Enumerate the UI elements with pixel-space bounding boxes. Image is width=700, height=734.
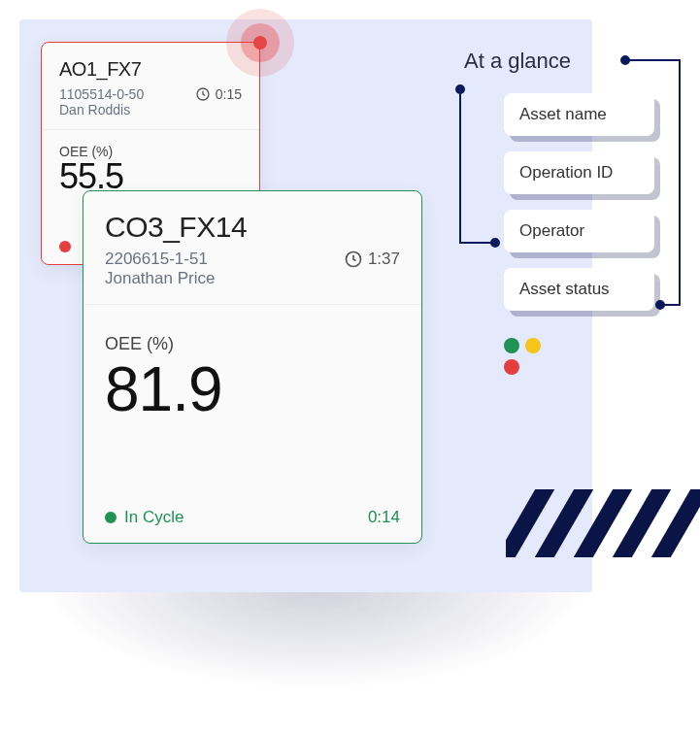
legend-dot-green-icon: [504, 338, 519, 353]
oee-value: 81.9: [105, 358, 400, 420]
svg-point-2: [621, 56, 629, 64]
oee-value: 55.5: [59, 159, 242, 194]
clock-icon: [344, 250, 363, 269]
svg-point-3: [656, 301, 664, 309]
clock-icon: [195, 86, 211, 102]
elapsed-time: 0:15: [195, 86, 242, 102]
status-text: In Cycle: [124, 508, 183, 527]
tag-asset-name[interactable]: Asset name: [504, 93, 654, 136]
asset-card-b[interactable]: CO3_FX14 2206615-1-51 1:37 Jonathan Pric…: [83, 190, 422, 544]
tag-operation-id[interactable]: Operation ID: [504, 151, 654, 194]
decorative-stripes: [506, 489, 700, 557]
status-dot-icon: [59, 241, 71, 252]
operator-name: Dan Roddis: [59, 102, 242, 117]
operation-id: 1105514-0-50: [59, 86, 144, 102]
asset-name: AO1_FX7: [59, 58, 242, 81]
status-dot-icon: [105, 512, 117, 523]
status-time: 0:14: [368, 508, 400, 527]
asset-name: CO3_FX14: [105, 211, 400, 244]
oee-label: OEE (%): [105, 334, 400, 354]
legend-dot-yellow-icon: [525, 338, 541, 353]
legend-dot-red-icon: [504, 359, 519, 375]
panel-shadow: [39, 583, 592, 689]
status-color-legend: [504, 338, 552, 375]
tag-operator[interactable]: Operator: [504, 210, 654, 252]
tag-asset-status[interactable]: Asset status: [504, 268, 654, 311]
operator-name: Jonathan Price: [105, 269, 400, 288]
glance-tags: Asset name Operation ID Operator Asset s…: [504, 93, 654, 311]
glance-title: At a glance: [464, 49, 571, 74]
elapsed-time: 1:37: [344, 250, 400, 269]
operation-id: 2206615-1-51: [105, 250, 208, 269]
